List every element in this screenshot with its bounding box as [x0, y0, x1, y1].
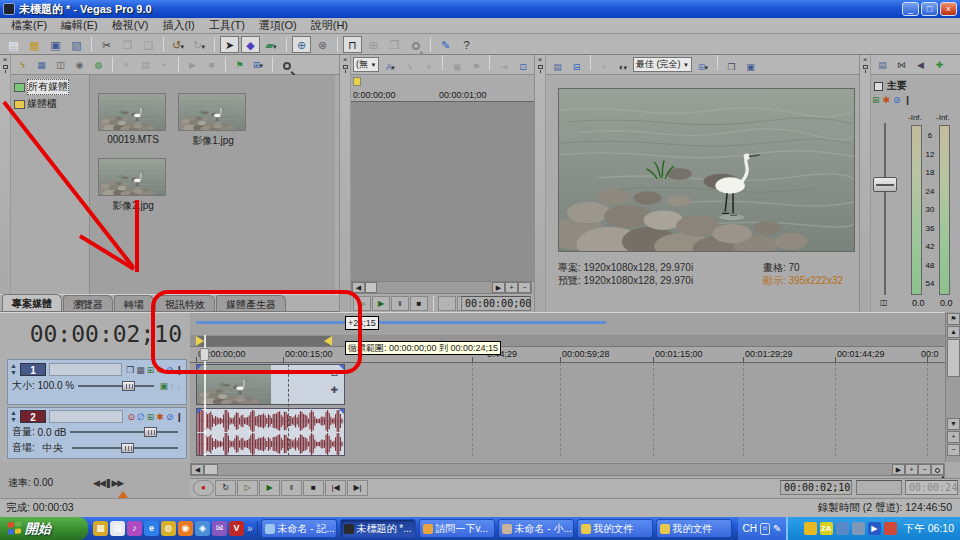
- minimize-track-icon[interactable]: ▲▼: [10, 362, 20, 376]
- taskbar-window-button[interactable]: 未命名 - 記...: [261, 519, 337, 538]
- save-snapshot-icon[interactable]: ▣: [742, 58, 759, 75]
- maximize-button[interactable]: □: [921, 2, 938, 16]
- track-number[interactable]: 1: [20, 363, 46, 376]
- timeline-horizontal-scrollbar[interactable]: ◀ ▶+−: [190, 463, 945, 476]
- pin-icon[interactable]: [3, 65, 8, 69]
- play-button[interactable]: ▶: [259, 480, 280, 496]
- firefox-quicklaunch-icon[interactable]: ◉: [178, 521, 193, 536]
- alert-tray-icon[interactable]: [884, 522, 897, 535]
- menu-item[interactable]: 編輯(E): [54, 17, 105, 34]
- track-name-field[interactable]: [49, 410, 123, 423]
- tree-item[interactable]: 媒體櫃: [11, 96, 89, 112]
- trimmer-play-from-start-button[interactable]: ▷: [353, 296, 371, 311]
- downmix-icon[interactable]: ⋈: [893, 56, 910, 73]
- quicklaunch-overflow-chevron[interactable]: »: [247, 523, 253, 534]
- start-preview-icon[interactable]: ▶: [184, 56, 201, 73]
- menu-item[interactable]: 檔案(F): [4, 17, 54, 34]
- timeline-vertical-scrollbar[interactable]: ⚑ ▲ ▼ + −: [945, 312, 960, 462]
- media-properties-icon[interactable]: ▤: [137, 56, 154, 73]
- normal-edit-tool-icon[interactable]: ➤: [220, 36, 239, 53]
- video-event-clip[interactable]: ⊡ ✚: [196, 364, 345, 405]
- go-to-end-button[interactable]: ▶|: [347, 480, 368, 496]
- trimmer-marker[interactable]: [353, 77, 361, 86]
- transport-middle-box[interactable]: [856, 480, 902, 495]
- automation-settings-icon[interactable]: ✱: [156, 365, 164, 375]
- stop-preview-icon[interactable]: ■: [203, 56, 220, 73]
- save-icon[interactable]: ▣: [46, 36, 65, 53]
- external-monitor-icon[interactable]: ⊟: [568, 58, 585, 75]
- enable-snapping-icon[interactable]: ⊓: [343, 36, 362, 53]
- mail-quicklaunch-icon[interactable]: ✉: [212, 521, 227, 536]
- compositing-mode-icon[interactable]: ▦: [136, 365, 145, 375]
- automation-settings-icon[interactable]: ✱: [156, 412, 164, 422]
- new-project-icon[interactable]: ▤: [4, 36, 23, 53]
- pin-icon[interactable]: [343, 65, 348, 69]
- media-item[interactable]: 影像2.jpg: [98, 158, 168, 213]
- trimmer-workspace[interactable]: [351, 102, 534, 282]
- timeline-ruler[interactable]: 00:00:00;0000:00:15;000:44;2900:00:59;28…: [190, 347, 945, 363]
- size-slider[interactable]: [78, 385, 154, 387]
- timeline-area[interactable]: 00:00:00;0000:00:15;000:44;2900:00:59;28…: [190, 312, 945, 462]
- marker-tool-button[interactable]: ⚑: [947, 313, 960, 325]
- dock-tab-轉場[interactable]: 轉場: [114, 295, 154, 311]
- update-tray-icon[interactable]: [852, 522, 865, 535]
- track-fx-icon[interactable]: ⊞: [147, 412, 155, 422]
- panel-grip[interactable]: ×: [535, 55, 546, 312]
- selection-edit-tool-icon[interactable]: ▰▼: [262, 36, 281, 53]
- taskbar-window-button[interactable]: 我的文件: [656, 519, 732, 538]
- mute-track-icon[interactable]: ⊘: [166, 365, 174, 375]
- tree-item[interactable]: 所有媒體: [11, 78, 89, 96]
- explorer-quicklaunch-icon[interactable]: ▦: [93, 521, 108, 536]
- taskbar-window-button[interactable]: 請問一下v...: [419, 519, 495, 538]
- pause-button[interactable]: ‖: [281, 480, 302, 496]
- split-screen-icon[interactable]: ◐▼: [615, 58, 632, 75]
- transport-current-time[interactable]: 00:00:02;10: [780, 480, 852, 495]
- trimmer-markers-icon[interactable]: ⚑: [467, 58, 484, 75]
- capture-video-icon[interactable]: ◫: [52, 56, 69, 73]
- close-panel-icon[interactable]: ×: [535, 55, 545, 64]
- minimize-track-icon[interactable]: ▲▼: [10, 409, 20, 423]
- playhead-handle[interactable]: [200, 348, 209, 361]
- zonealarm-tray-icon[interactable]: ZA: [820, 522, 833, 535]
- get-media-from-web-icon[interactable]: ◍: [90, 56, 107, 73]
- dock-tab-瀏覽器[interactable]: 瀏覽器: [63, 295, 113, 311]
- go-to-start-button[interactable]: |◀: [325, 480, 346, 496]
- track-height-minus-button[interactable]: −: [947, 444, 960, 456]
- stop-button[interactable]: ■: [303, 480, 324, 496]
- panel-grip[interactable]: ×: [340, 55, 351, 312]
- taskbar-window-button[interactable]: 我的文件: [577, 519, 653, 538]
- mute-track-icon[interactable]: ⊘: [166, 412, 174, 422]
- move-down-icon[interactable]: ↓: [177, 381, 182, 391]
- messenger-quicklaunch-icon[interactable]: ◈: [195, 521, 210, 536]
- zoom-tool-icon[interactable]: [406, 36, 425, 53]
- copy-snapshot-icon[interactable]: ❐: [723, 58, 740, 75]
- dim-output-icon[interactable]: ◀: [912, 56, 929, 73]
- track-number[interactable]: 2: [20, 410, 46, 423]
- ie-quicklaunch-icon[interactable]: e: [144, 521, 159, 536]
- video-preview-frame[interactable]: [558, 88, 855, 252]
- media-bin-flag-icon[interactable]: ⚑: [231, 56, 248, 73]
- menu-item[interactable]: 檢視(V): [105, 17, 156, 34]
- move-up-icon[interactable]: ↑: [170, 381, 175, 391]
- replace-media-icon[interactable]: +: [156, 56, 173, 73]
- trimmer-preset-select[interactable]: (無 ▼: [353, 57, 379, 72]
- cut-icon[interactable]: ✂: [97, 36, 116, 53]
- vscroll-thumb[interactable]: [947, 339, 960, 377]
- loop-playback-button[interactable]: ↻: [215, 480, 236, 496]
- play-from-start-button[interactable]: ▷: [237, 480, 258, 496]
- trimmer-remove-icon[interactable]: ×: [420, 58, 437, 75]
- start-button[interactable]: 開始: [0, 517, 88, 540]
- audio-track-header[interactable]: ▲▼ 2 ⊙∅⊞✱⊘❙ 音量: 0.0 dB 音場: 中央: [7, 407, 187, 459]
- solo-track-icon[interactable]: ❙: [175, 412, 183, 422]
- player-tray-icon[interactable]: ▶: [868, 522, 881, 535]
- menu-item[interactable]: 說明(H): [304, 17, 355, 34]
- overlays-grid-icon[interactable]: ⊞▼: [695, 58, 712, 75]
- solo-track-icon[interactable]: ❙: [175, 365, 183, 375]
- fader-lock-icon[interactable]: ◫: [880, 298, 888, 307]
- trimmer-autopreview-icon[interactable]: ϟ: [401, 58, 418, 75]
- paste-icon[interactable]: ❑: [139, 36, 158, 53]
- messenger-tray-icon[interactable]: [804, 522, 817, 535]
- media-item[interactable]: 00019.MTS: [98, 93, 168, 145]
- envelope-edit-tool-icon[interactable]: ◆: [241, 36, 260, 53]
- scroll-up-button[interactable]: ▲: [947, 326, 960, 338]
